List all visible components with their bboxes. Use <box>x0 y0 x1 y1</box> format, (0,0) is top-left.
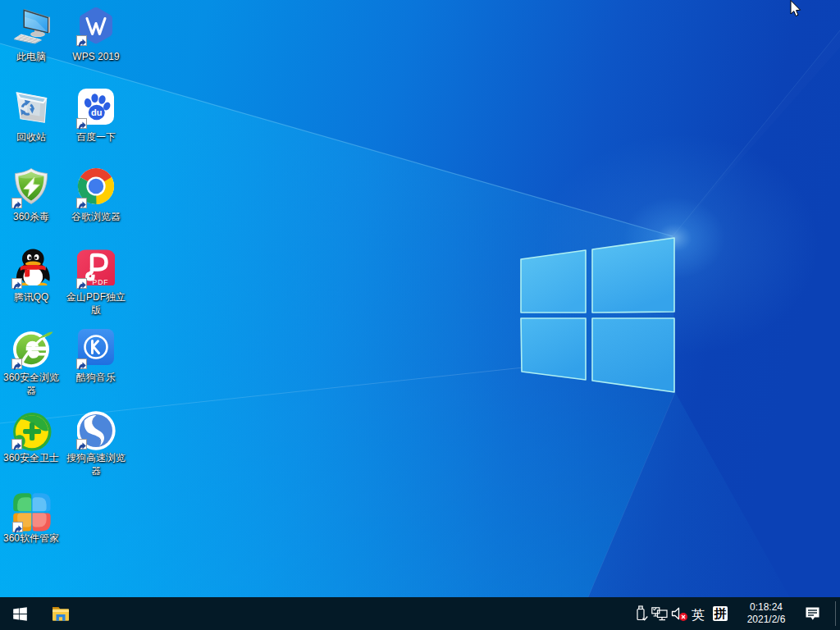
svg-text:PDF: PDF <box>92 278 108 285</box>
svg-text:du: du <box>91 107 102 117</box>
